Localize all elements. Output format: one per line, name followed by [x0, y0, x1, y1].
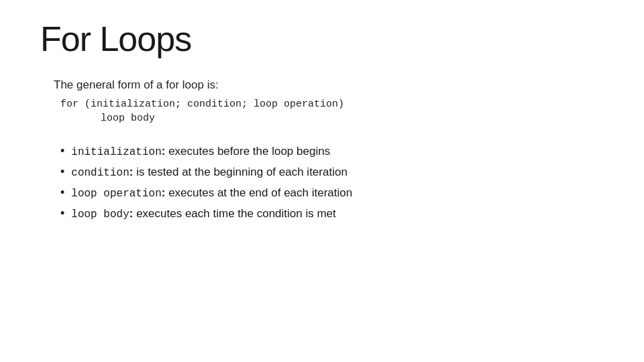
code-block: for (initialization; condition; loop ope… [54, 99, 604, 124]
content-area: The general form of a for loop is: for (… [40, 78, 604, 221]
list-item: condition: is tested at the beginning of… [60, 165, 604, 179]
list-item: initialization: executes before the loop… [60, 144, 604, 158]
slide: For Loops The general form of a for loop… [0, 0, 644, 362]
subtitle-text: The general form of a for loop is: [54, 78, 604, 92]
list-item: loop body: executes each time the condit… [60, 206, 604, 221]
bullet-list: initialization: executes before the loop… [54, 144, 604, 221]
list-item: loop operation: executes at the end of e… [60, 186, 604, 200]
code-line-2: loop body [60, 113, 604, 124]
page-title: For Loops [40, 20, 604, 58]
code-line-1: for (initialization; condition; loop ope… [60, 99, 604, 110]
